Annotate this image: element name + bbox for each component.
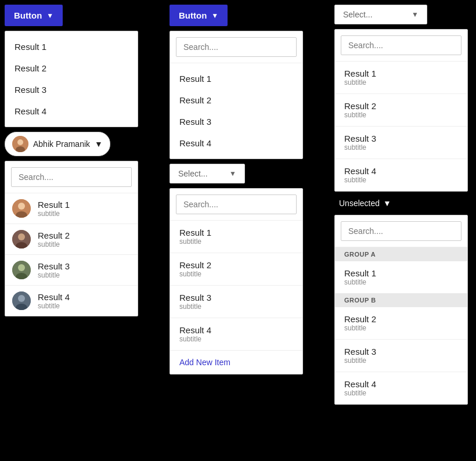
list-item[interactable]: Result 1 subtitle — [335, 261, 467, 293]
col3-select-chevron: ▼ — [412, 10, 419, 19]
col1-search-wrap — [5, 161, 138, 193]
avatar — [12, 261, 31, 279]
col2-button-chevron: ▼ — [211, 12, 218, 20]
col1-avatar-btn-wrap: Abhik Pramanik ▼ — [5, 132, 138, 156]
list-item[interactable]: Result 4 subtitle — [335, 159, 467, 191]
item-title: Result 4 — [344, 379, 458, 389]
svg-point-7 — [18, 233, 25, 240]
item-subtitle: subtitle — [344, 389, 458, 397]
list-item[interactable]: Result 3 subtitle — [335, 127, 467, 159]
item-title: Result 1 — [179, 228, 293, 237]
list-item[interactable]: Result 4 — [170, 132, 302, 154]
list-item[interactable]: Result 4 subtitle — [335, 372, 467, 404]
avatar — [12, 136, 28, 152]
col3-unselected-button[interactable]: Unselected ▼ — [334, 196, 396, 210]
item-subtitle: subtitle — [179, 270, 293, 278]
item-title: Result 2 — [179, 260, 293, 270]
col3-search-input2[interactable] — [341, 221, 461, 241]
list-item[interactable]: Result 2 subtitle — [170, 253, 302, 286]
col3-group-a-list: Result 1 subtitle — [335, 261, 467, 293]
item-title: Result 1 — [344, 69, 458, 78]
list-item[interactable]: Result 1 subtitle — [5, 193, 138, 224]
item-subtitle: subtitle — [179, 302, 293, 311]
col2-search-wrap1 — [170, 31, 302, 63]
list-item[interactable]: Result 4 subtitle — [5, 286, 138, 316]
col1-avatar-dropdown: Result 1 subtitle Result 2 subt — [5, 161, 138, 316]
list-item[interactable]: Result 3 — [5, 79, 138, 100]
list-item[interactable]: Result 2 subtitle — [335, 307, 467, 340]
list-item[interactable]: Result 2 — [170, 89, 302, 111]
col2-search-dropdown1: Result 1 Result 2 Result 3 Result 4 — [170, 31, 303, 159]
svg-point-13 — [18, 295, 25, 302]
item-subtitle: subtitle — [38, 210, 70, 218]
list-item[interactable]: Result 4 — [5, 100, 138, 122]
list-item[interactable]: Result 1 — [5, 36, 138, 57]
item-subtitle: subtitle — [344, 78, 458, 87]
col2-search-input2[interactable] — [176, 195, 297, 214]
list-item[interactable]: Result 3 subtitle — [5, 255, 138, 286]
list-item[interactable]: Result 1 subtitle — [170, 221, 302, 253]
col3-select-btn-wrap: Select... ▼ — [334, 5, 468, 24]
col1-button[interactable]: Button ▼ — [5, 5, 63, 26]
list-item[interactable]: Result 2 subtitle — [335, 94, 467, 127]
item-title: Result 2 — [38, 230, 70, 240]
svg-point-4 — [18, 203, 25, 210]
item-title: Result 4 — [38, 292, 70, 302]
list-item[interactable]: Result 2 subtitle — [5, 224, 138, 255]
col1-simple-dropdown: Result 1 Result 2 Result 3 Result 4 — [5, 31, 138, 127]
item-subtitle: subtitle — [344, 111, 458, 119]
col2-select-label: Select... — [178, 169, 208, 178]
item-text: Result 1 subtitle — [38, 200, 70, 218]
avatar — [12, 199, 31, 218]
col2-button[interactable]: Button ▼ — [170, 5, 228, 26]
col3-select-button[interactable]: Select... ▼ — [334, 5, 427, 24]
list-item[interactable]: Result 1 — [170, 68, 302, 89]
list-item[interactable]: Result 2 — [5, 57, 138, 79]
item-title: Result 1 — [344, 268, 458, 278]
item-title: Result 3 — [344, 134, 458, 143]
col1-button-label: Button — [14, 10, 42, 20]
col2-select-btn-wrap: Select... ▼ — [170, 164, 303, 183]
col3-select-label: Select... — [343, 10, 373, 19]
col2-simple-list: Result 1 Result 2 Result 3 Result 4 — [170, 63, 302, 159]
item-text: Result 2 subtitle — [38, 230, 70, 248]
list-item[interactable]: Result 3 subtitle — [170, 286, 302, 318]
col3-search-dropdown1: Result 1 subtitle Result 2 subtitle Resu… — [334, 29, 468, 192]
col3-search-dropdown2: GROUP A Result 1 subtitle GROUP B Result… — [334, 215, 468, 405]
avatar-btn-chevron: ▼ — [95, 139, 103, 149]
item-title: Result 3 — [38, 261, 70, 271]
col2-search-input1[interactable] — [176, 37, 297, 57]
avatar — [12, 291, 31, 310]
col3-search-wrap1 — [335, 30, 467, 62]
list-item[interactable]: Result 1 subtitle — [335, 62, 467, 94]
avatar-name: Abhik Pramanik — [33, 139, 90, 149]
col2-select-button[interactable]: Select... ▼ — [170, 164, 245, 183]
col1-simple-list: Result 1 Result 2 Result 3 Result 4 — [5, 31, 138, 127]
item-subtitle: subtitle — [344, 176, 458, 184]
add-new-item-button[interactable]: Add New Item — [170, 350, 302, 374]
list-item[interactable]: Result 3 — [170, 111, 302, 132]
item-subtitle: subtitle — [179, 237, 293, 246]
list-item[interactable]: Result 4 subtitle — [170, 318, 302, 350]
item-title: Result 1 — [38, 200, 70, 210]
group-a-header: GROUP A — [335, 247, 467, 261]
item-subtitle: subtitle — [38, 271, 70, 279]
col3-unselected-label: Unselected — [339, 199, 380, 208]
col1-button-wrap: Button ▼ — [5, 5, 138, 26]
item-subtitle: subtitle — [344, 324, 458, 332]
item-title: Result 3 — [344, 347, 458, 356]
item-title: Result 2 — [344, 101, 458, 111]
item-text: Result 3 subtitle — [38, 261, 70, 279]
col2-subtitle-list: Result 1 subtitle Result 2 subtitle Resu… — [170, 221, 302, 350]
col3-unselected-btn-wrap: Unselected ▼ — [334, 196, 468, 210]
col2-search-dropdown2: Result 1 subtitle Result 2 subtitle Resu… — [170, 188, 303, 374]
item-subtitle: subtitle — [344, 356, 458, 365]
col2-select-chevron: ▼ — [229, 170, 236, 178]
col1-search-input[interactable] — [11, 167, 132, 187]
list-item[interactable]: Result 3 subtitle — [335, 340, 467, 372]
item-title: Result 4 — [179, 325, 293, 335]
col1-avatar-button[interactable]: Abhik Pramanik ▼ — [5, 132, 110, 156]
col2-button-label: Button — [179, 10, 207, 20]
col3-search-input1[interactable] — [341, 35, 461, 55]
item-subtitle: subtitle — [179, 335, 293, 343]
